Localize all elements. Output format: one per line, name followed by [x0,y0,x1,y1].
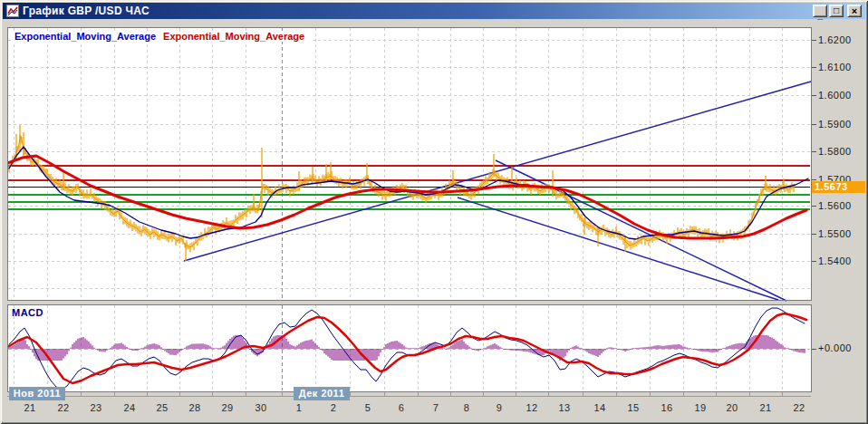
day-label: 8 [455,402,478,413]
day-label: 21 [754,402,777,413]
day-label: 24 [118,402,141,413]
main-price-chart[interactable] [7,27,868,302]
price-tick-label: 1.5800 [818,146,852,157]
app-window: График GBP /USD ЧАС _ □ × Exponential_Mo… [0,0,868,424]
title-bar[interactable]: График GBP /USD ЧАС _ □ × [3,3,865,19]
day-label: 12 [520,402,544,413]
day-label: 16 [655,402,679,413]
price-tick-label: 1.6200 [818,34,852,45]
macd-panel[interactable] [7,304,868,393]
window-controls: _ □ × [813,5,863,17]
legend-ema-slow: Exponential_Moving_Average [163,31,304,42]
day-label: 7 [424,402,448,413]
day-label: 15 [622,402,645,413]
day-label: 13 [553,402,576,413]
indicator-legend: Exponential_Moving_AverageExponential_Mo… [13,31,313,42]
month-label-nov: Нов 2011 [9,387,65,400]
maximize-button[interactable]: □ [829,5,844,17]
day-label: 14 [588,402,612,413]
price-tick-label: 1.5900 [818,119,852,130]
price-tick-label: 1.6100 [818,62,852,72]
price-tick-label: 1.5600 [818,200,852,211]
macd-zero-value: +0.000 [818,342,852,353]
day-label: 1 [287,402,311,413]
legend-ema-fast: Exponential_Moving_Average [14,31,156,42]
day-label: 22 [787,402,811,413]
day-label: 5 [356,402,380,413]
minimize-button[interactable]: _ [813,5,827,17]
price-tick-label: 1.5400 [818,255,852,266]
day-label: 21 [18,402,42,413]
day-label: 25 [150,402,174,413]
month-label-dec: Дек 2011 [294,387,350,400]
day-label: 9 [487,402,511,413]
day-label: 20 [720,402,744,413]
day-label: 23 [84,402,108,413]
chart-app-icon [6,5,19,17]
day-label: 6 [390,402,413,413]
day-label: 30 [249,402,273,413]
price-tick-label: 1.5500 [818,228,852,239]
window-title: График GBP /USD ЧАС [23,5,149,17]
macd-label: MACD [12,307,43,318]
close-button[interactable]: × [847,5,862,17]
current-price-tag: 1.5673 [812,181,865,193]
day-label: 28 [183,402,207,413]
day-label: 19 [689,402,712,413]
day-label: 29 [216,402,239,413]
day-label: 22 [52,402,75,413]
price-tick-label: 1.6000 [818,90,852,101]
day-label: 2 [322,402,345,413]
